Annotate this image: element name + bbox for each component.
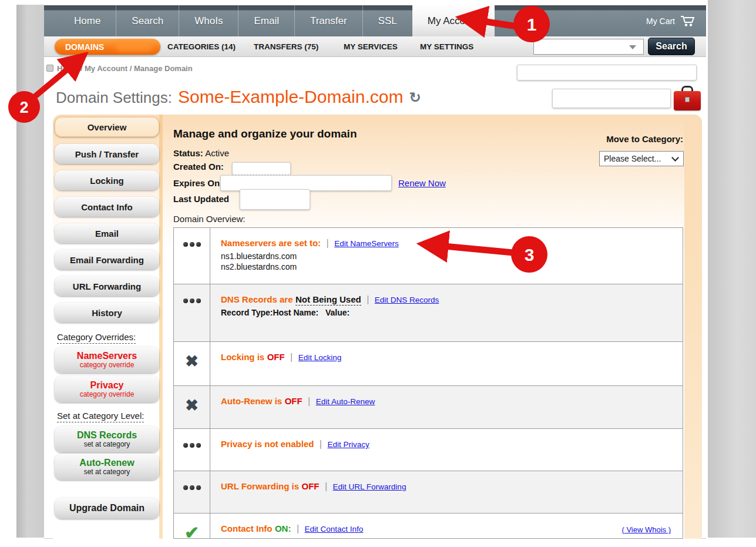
- subnav-tab-transfers[interactable]: TRANSFERS (75): [254, 36, 318, 57]
- x-icon: ✖: [185, 398, 199, 428]
- status-line: Status: Active: [173, 148, 229, 158]
- domain-search-combobox[interactable]: [533, 39, 644, 55]
- refresh-icon[interactable]: ↻: [409, 89, 421, 106]
- row-status: OFF: [285, 396, 303, 406]
- category-overrides-label: Category Overrides:: [57, 332, 136, 342]
- status-value: Active: [205, 148, 229, 158]
- combobox-dropdown-icon[interactable]: [629, 45, 636, 49]
- dots-icon: [183, 485, 201, 513]
- last-updated-label: Last Updated: [173, 194, 229, 204]
- sub-navigation-bar: DOMAINS CATEGORIES (14) TRANSFERS (75) M…: [44, 36, 706, 57]
- row-title: Locking is: [221, 352, 264, 362]
- row-status: OFF: [267, 352, 285, 362]
- move-to-category-value: Please Select...: [604, 154, 661, 163]
- auto-renew-category-sublabel: set at category: [84, 468, 130, 476]
- left-margin-strip: [16, 5, 44, 538]
- view-whois-link[interactable]: ( View Whois ): [621, 525, 671, 534]
- row-status: Not Being Used: [295, 294, 361, 306]
- edit-locking-link[interactable]: Edit Locking: [298, 353, 342, 362]
- page-title-prefix: Domain Settings:: [56, 89, 172, 107]
- nav-tab-search[interactable]: Search: [116, 5, 179, 36]
- subnav-tab-categories[interactable]: CATEGORIES (14): [167, 36, 236, 57]
- sidebar-item-email-forwarding[interactable]: Email Forwarding: [55, 250, 159, 270]
- table-row-auto-renew: ✖ Auto-Renew is OFF | Edit Auto-Renew: [174, 385, 683, 428]
- edit-url-forwarding-link[interactable]: Edit URL Forwarding: [333, 482, 406, 491]
- privacy-override-sublabel: category override: [80, 391, 135, 398]
- table-row-dns-records: DNS Records are Not Being Used | Edit DN…: [174, 284, 683, 341]
- edit-auto-renew-link[interactable]: Edit Auto-Renew: [316, 397, 375, 406]
- toolbox-lock: [685, 97, 690, 102]
- cart-icon: [680, 15, 695, 27]
- subnav-tab-domains[interactable]: DOMAINS: [55, 39, 160, 55]
- subnav-tab-my-services[interactable]: MY SERVICES: [344, 36, 398, 57]
- sidebar-item-url-forwarding[interactable]: URL Forwarding: [55, 276, 159, 296]
- dns-records-category-label: DNS Records: [77, 431, 137, 441]
- toolbox-icon[interactable]: [674, 86, 701, 113]
- move-to-category-select[interactable]: Please Select...: [599, 151, 684, 166]
- nameservers-override-label: NameServers: [77, 351, 137, 361]
- row-title: Contact Info: [221, 523, 273, 533]
- nameservers-override-sublabel: category override: [80, 361, 135, 369]
- my-cart-button[interactable]: My Cart: [646, 5, 695, 36]
- upgrade-domain-button[interactable]: Upgrade Domain: [55, 498, 159, 519]
- x-icon: ✖: [185, 354, 199, 385]
- nav-tab-email[interactable]: Email: [238, 5, 294, 36]
- set-at-category-label: Set at Category Level:: [57, 411, 144, 421]
- page-title: Domain Settings: Some-Example-Domain.com…: [56, 87, 421, 107]
- edit-contact-info-link[interactable]: Edit Contact Info: [305, 525, 364, 533]
- nav-tab-my-account[interactable]: My Account: [412, 3, 495, 36]
- redacted-account-info: [517, 65, 697, 80]
- nameserver-1: ns1.bluestardns.com: [221, 251, 672, 261]
- table-row-contact-info: ✔ Contact Info ON: | Edit Contact Info (…: [174, 513, 683, 539]
- nameserver-2: ns2.bluestardns.com: [221, 262, 672, 271]
- nav-tab-ssl[interactable]: SSL: [362, 5, 412, 36]
- sidebar-item-privacy-override[interactable]: Privacy category override: [55, 376, 159, 402]
- subnav-tab-my-settings[interactable]: MY SETTINGS: [420, 36, 473, 57]
- search-button[interactable]: Search: [648, 38, 695, 55]
- created-on-label: Created On:: [173, 162, 224, 172]
- dots-icon: [183, 298, 201, 341]
- domain-overview-table: Nameservers are set to: | Edit NameServe…: [173, 227, 683, 539]
- nav-tab-home[interactable]: Home: [59, 5, 116, 36]
- sidebar-item-dns-records-category[interactable]: DNS Records set at category: [55, 426, 159, 452]
- edit-dns-records-link[interactable]: Edit DNS Records: [375, 296, 439, 304]
- sidebar-divider: [159, 115, 163, 539]
- nav-tab-transfer[interactable]: Transfer: [294, 5, 362, 36]
- row-title: URL Forwarding is: [221, 481, 299, 491]
- page-title-domain: Some-Example-Domain.com: [178, 87, 403, 107]
- domain-overview-label: Domain Overview:: [173, 214, 246, 224]
- my-cart-label: My Cart: [646, 16, 675, 26]
- redacted-domain-field: [552, 89, 671, 108]
- sidebar-item-email[interactable]: Email: [55, 223, 159, 243]
- row-title: Nameservers are set to:: [221, 238, 321, 248]
- renew-now-link[interactable]: Renew Now: [398, 178, 446, 188]
- check-icon: ✔: [184, 524, 199, 539]
- sidebar-item-auto-renew-category[interactable]: Auto-Renew set at category: [55, 454, 159, 480]
- row-status: OFF: [302, 481, 320, 491]
- breadcrumb[interactable]: Home / My Account / Manage Domain: [57, 64, 193, 73]
- sidebar-item-locking[interactable]: Locking: [55, 170, 159, 190]
- table-row-url-forwarding: URL Forwarding is OFF | Edit URL Forward…: [174, 471, 683, 513]
- table-row-nameservers: Nameservers are set to: | Edit NameServe…: [174, 228, 683, 284]
- right-margin-strip: [708, 0, 756, 538]
- sidebar-item-nameservers-override[interactable]: NameServers category override: [55, 347, 159, 373]
- screen: Home Search WhoIs Email Transfer SSL My …: [0, 0, 756, 547]
- auto-renew-category-label: Auto-Renew: [79, 458, 134, 468]
- sidebar-item-overview[interactable]: Overview: [55, 117, 159, 137]
- sidebar-item-contact-info[interactable]: Contact Info: [55, 197, 159, 217]
- table-row-privacy: Privacy is not enabled | Edit Privacy: [174, 428, 683, 471]
- row-title: DNS Records are: [221, 294, 293, 304]
- sidebar-item-push-transfer[interactable]: Push / Transfer: [55, 144, 159, 164]
- top-navigation-bar: Home Search WhoIs Email Transfer SSL My …: [44, 5, 706, 36]
- edit-privacy-link[interactable]: Edit Privacy: [327, 440, 369, 449]
- edit-nameservers-link[interactable]: Edit NameServers: [334, 239, 399, 248]
- nav-tab-whois[interactable]: WhoIs: [179, 5, 238, 36]
- panel-right-strip: [684, 115, 702, 539]
- status-label: Status:: [173, 148, 203, 158]
- dots-icon: [183, 443, 201, 471]
- row-status: ON:: [275, 523, 291, 533]
- move-to-category-label: Move to Category:: [606, 134, 683, 144]
- dns-records-category-sublabel: set at category: [84, 441, 130, 448]
- sidebar-item-history[interactable]: History: [55, 303, 159, 323]
- row-title: Auto-Renew is: [221, 396, 282, 406]
